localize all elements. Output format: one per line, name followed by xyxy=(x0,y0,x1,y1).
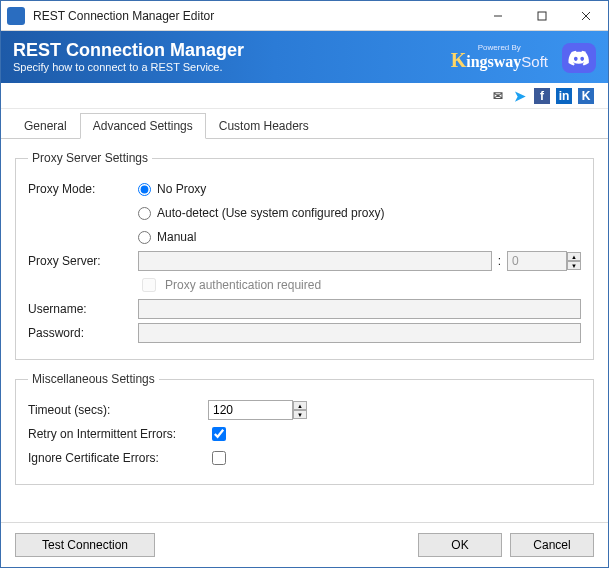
timeout-stepper[interactable]: ▲ ▼ xyxy=(293,401,307,419)
radio-manual-input[interactable] xyxy=(138,231,151,244)
minimize-button[interactable] xyxy=(476,1,520,31)
proxy-server-input[interactable] xyxy=(138,251,492,271)
proxy-mode-label: Proxy Mode: xyxy=(28,182,138,196)
proxy-settings-legend: Proxy Server Settings xyxy=(28,151,152,165)
proxy-username-label: Username: xyxy=(28,302,138,316)
retry-checkbox[interactable] xyxy=(212,427,226,441)
proxy-password-input[interactable] xyxy=(138,323,581,343)
proxy-settings-group: Proxy Server Settings Proxy Mode: No Pro… xyxy=(15,151,594,360)
tab-content: Proxy Server Settings Proxy Mode: No Pro… xyxy=(1,139,608,522)
kingswaysoft-icon[interactable]: K xyxy=(578,88,594,104)
proxy-auth-required-checkbox[interactable] xyxy=(142,278,156,292)
radio-auto-detect-label: Auto-detect (Use system configured proxy… xyxy=(157,206,384,220)
ok-button[interactable]: OK xyxy=(418,533,502,557)
test-connection-button[interactable]: Test Connection xyxy=(15,533,155,557)
page-title: REST Connection Manager xyxy=(13,40,244,62)
discord-icon[interactable] xyxy=(562,43,596,73)
port-separator: : xyxy=(498,254,501,268)
radio-manual-label: Manual xyxy=(157,230,196,244)
svg-rect-1 xyxy=(538,12,546,20)
timeout-label: Timeout (secs): xyxy=(28,403,208,417)
page-subtitle: Specify how to connect to a REST Service… xyxy=(13,61,244,74)
timeout-step-up[interactable]: ▲ xyxy=(293,401,307,410)
tab-general[interactable]: General xyxy=(11,113,80,138)
app-icon xyxy=(7,7,25,25)
brand-logo: Powered By KingswaySoft xyxy=(451,43,548,72)
titlebar: REST Connection Manager Editor xyxy=(1,1,608,31)
tab-advanced-settings[interactable]: Advanced Settings xyxy=(80,113,206,139)
radio-auto-detect[interactable]: Auto-detect (Use system configured proxy… xyxy=(138,206,384,220)
proxy-port-input[interactable] xyxy=(507,251,567,271)
port-step-down[interactable]: ▼ xyxy=(567,261,581,270)
social-strip: ✉ ➤ f in K xyxy=(1,83,608,109)
cancel-button[interactable]: Cancel xyxy=(510,533,594,557)
timeout-step-down[interactable]: ▼ xyxy=(293,410,307,419)
twitter-icon[interactable]: ➤ xyxy=(512,88,528,104)
radio-auto-detect-input[interactable] xyxy=(138,207,151,220)
radio-manual[interactable]: Manual xyxy=(138,230,196,244)
radio-no-proxy-label: No Proxy xyxy=(157,182,206,196)
proxy-server-label: Proxy Server: xyxy=(28,254,138,268)
window-title: REST Connection Manager Editor xyxy=(33,9,476,23)
linkedin-icon[interactable]: in xyxy=(556,88,572,104)
proxy-username-input[interactable] xyxy=(138,299,581,319)
mail-icon[interactable]: ✉ xyxy=(490,88,506,104)
timeout-input[interactable] xyxy=(208,400,293,420)
misc-settings-legend: Miscellaneous Settings xyxy=(28,372,159,386)
proxy-password-label: Password: xyxy=(28,326,138,340)
tab-custom-headers[interactable]: Custom Headers xyxy=(206,113,322,138)
tab-strip: General Advanced Settings Custom Headers xyxy=(1,109,608,139)
ignore-cert-label: Ignore Certificate Errors: xyxy=(28,451,208,465)
proxy-auth-required-label: Proxy authentication required xyxy=(165,278,321,292)
facebook-icon[interactable]: f xyxy=(534,88,550,104)
port-step-up[interactable]: ▲ xyxy=(567,252,581,261)
port-stepper[interactable]: ▲ ▼ xyxy=(567,252,581,270)
close-button[interactable] xyxy=(564,1,608,31)
dialog-footer: Test Connection OK Cancel xyxy=(1,522,608,567)
maximize-button[interactable] xyxy=(520,1,564,31)
misc-settings-group: Miscellaneous Settings Timeout (secs): ▲… xyxy=(15,372,594,485)
header-banner: REST Connection Manager Specify how to c… xyxy=(1,31,608,83)
ignore-cert-checkbox[interactable] xyxy=(212,451,226,465)
radio-no-proxy-input[interactable] xyxy=(138,183,151,196)
retry-label: Retry on Intermittent Errors: xyxy=(28,427,208,441)
radio-no-proxy[interactable]: No Proxy xyxy=(138,182,206,196)
